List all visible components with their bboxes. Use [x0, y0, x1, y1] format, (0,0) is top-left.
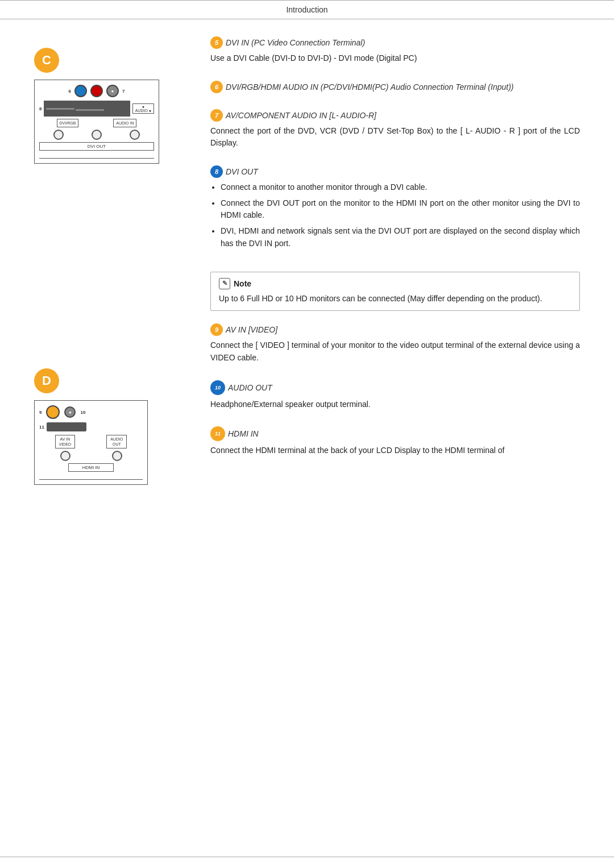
section-body-11: Connect the HDMI terminal at the back of… — [210, 445, 580, 457]
section-bullets-8: Connect a monitor to another monitor thr… — [221, 181, 580, 250]
badge-5: 5 — [210, 36, 223, 49]
left-column: C 6 ● 7 8 ● AUDIO ● — [34, 36, 193, 508]
badge-6: 6 — [210, 81, 223, 93]
page-body: C 6 ● 7 8 ● AUDIO ● — [0, 36, 614, 508]
badge-7: 7 — [210, 109, 223, 122]
device-c-circles — [39, 130, 154, 140]
section-entry-8: 8 DVI OUT Connect a monitor to another m… — [210, 165, 580, 253]
device-d-bar — [47, 422, 86, 431]
device-d-circles — [39, 451, 143, 461]
section-body-9: Connect the [ VIDEO ] terminal of your m… — [210, 339, 580, 364]
port-gray-10: ● — [64, 406, 76, 418]
port-num-8: 8 — [39, 106, 42, 111]
dvi-out-label: DVI OUT — [39, 142, 154, 151]
device-diagram-c: 6 ● 7 8 ● AUDIO ● D — [34, 80, 159, 164]
audio-in-label: AUDIO IN — [113, 119, 136, 127]
section-title-7: 7 AV/COMPONENT AUDIO IN [L- AUDIO-R] — [210, 109, 580, 122]
port-blue-6 — [74, 85, 87, 97]
section-entry-10: 10 AUDIO OUT Headphone/External speaker … — [210, 380, 580, 414]
bullet-8-3: DVI, HDMI and network signals sent via t… — [221, 225, 580, 250]
section-title-9: 9 AV IN [VIDEO] — [210, 323, 580, 336]
port-d-dot-2 — [112, 451, 122, 461]
bullet-8-2: Connect the DVI OUT port on the monitor … — [221, 197, 580, 222]
port-orange-9 — [46, 405, 60, 419]
port-num-10: 10 — [80, 410, 85, 415]
av-in-label: AV IN VIDEO — [55, 435, 76, 448]
device-diagram-d: 9 ● 10 11 AV IN VIDEO AUDIO OUT — [34, 400, 148, 485]
port-dot-2 — [92, 130, 102, 140]
port-dot-3 — [130, 130, 140, 140]
header-title: Introduction — [286, 5, 327, 14]
section-title-5: 5 DVI IN (PC Video Connection Terminal) — [210, 36, 580, 49]
device-c-labels: DVI/RGB AUDIO IN — [39, 119, 154, 127]
badge-10: 10 — [210, 380, 225, 395]
port-gray: ● — [106, 85, 119, 97]
note-title: ✎ Note — [219, 278, 571, 289]
bullet-8-1: Connect a monitor to another monitor thr… — [221, 181, 580, 194]
page-header: Introduction — [0, 0, 614, 19]
right-column: 5 DVI IN (PC Video Connection Terminal) … — [210, 36, 580, 508]
section-entry-7: 7 AV/COMPONENT AUDIO IN [L- AUDIO-R] Con… — [210, 109, 580, 153]
page-footer — [0, 857, 614, 868]
port-red — [90, 85, 103, 97]
port-num-9: 9 — [39, 410, 42, 415]
badge-9: 9 — [210, 323, 223, 336]
port-d-dot-1 — [60, 451, 70, 461]
section-title-10: 10 AUDIO OUT — [210, 380, 580, 395]
section-entry-5: 5 DVI IN (PC Video Connection Terminal) … — [210, 36, 580, 68]
section-c-label: C — [34, 48, 59, 73]
badge-8: 8 — [210, 165, 223, 178]
dvi-rgb-label: DVI/RGB — [57, 119, 79, 127]
section-body-7: Connect the port of the DVD, VCR (DVD / … — [210, 125, 580, 149]
section-title-11: 11 HDMI IN — [210, 426, 580, 441]
section-d-label: D — [34, 368, 59, 393]
section-body-5: Use a DVI Cable (DVI-D to DVI-D) - DVI m… — [210, 52, 580, 65]
port-num-7: 7 — [122, 89, 125, 94]
port-dot-1 — [53, 130, 64, 140]
note-body: Up to 6 Full HD or 10 HD monitors can be… — [219, 293, 571, 305]
audio-out-label: AUDIO OUT — [106, 435, 127, 448]
note-icon: ✎ — [219, 278, 230, 289]
section-entry-6: 6 DVI/RGB/HDMI AUDIO IN (PC/DVI/HDMI(PC)… — [210, 81, 580, 97]
port-num-11: 11 — [39, 425, 44, 430]
device-d-labels: AV IN VIDEO AUDIO OUT — [39, 435, 143, 448]
port-num-6: 6 — [69, 89, 71, 94]
section-body-10: Headphone/External speaker output termin… — [210, 398, 580, 411]
badge-11: 11 — [210, 426, 225, 441]
hdmi-in-label: HDMI IN — [68, 463, 114, 472]
section-entry-11: 11 HDMI IN Connect the HDMI terminal at … — [210, 426, 580, 460]
section-entry-9: 9 AV IN [VIDEO] Connect the [ VIDEO ] te… — [210, 323, 580, 367]
section-title-6: 6 DVI/RGB/HDMI AUDIO IN (PC/DVI/HDMI(PC)… — [210, 81, 580, 93]
section-title-8: 8 DVI OUT — [210, 165, 580, 178]
note-box: ✎ Note Up to 6 Full HD or 10 HD monitors… — [210, 272, 580, 312]
